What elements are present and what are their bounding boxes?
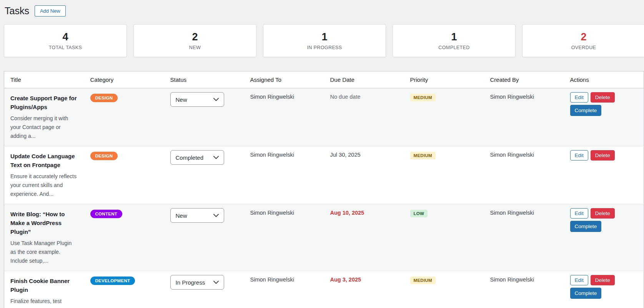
column-header-due-date: Due Date (324, 71, 404, 88)
delete-button[interactable]: Delete (591, 208, 615, 219)
stat-card-completed: 1 COMPLETED (393, 24, 516, 57)
priority-cell: MEDIUM (404, 146, 484, 204)
priority-cell: MEDIUM (404, 88, 484, 146)
column-header-actions: Actions (564, 71, 644, 88)
assigned-to-cell: Simon Ringwelski (244, 204, 324, 271)
priority-badge: MEDIUM (410, 277, 436, 284)
task-description: Ensure it accurately reflects your curre… (10, 172, 78, 199)
created-by-cell: Simon Ringwelski (484, 204, 564, 271)
title-cell: Finish Cookie Banner Plugin Finalize fea… (4, 271, 84, 308)
task-description: Use Task Manager Plugin as the core exam… (10, 239, 78, 265)
status-select-value: New (176, 212, 187, 219)
task-title: Update Code Language Text on Frontpage (10, 152, 78, 169)
stat-label: NEW (189, 45, 201, 50)
status-select-value: Completed (176, 154, 204, 161)
chevron-down-icon (213, 156, 219, 159)
task-title: Create Support Page for Plugins/Apps (10, 94, 78, 111)
status-cell: In Progress (164, 271, 244, 308)
complete-button[interactable]: Complete (570, 221, 602, 232)
column-header-category: Category (84, 71, 164, 88)
due-date: No due date (330, 94, 361, 100)
column-header-assigned-to: Assigned To (244, 71, 324, 88)
category-cell: DESIGN (84, 146, 164, 204)
stat-card-in-progress: 1 IN PROGRESS (263, 24, 386, 57)
stat-label: IN PROGRESS (307, 45, 342, 50)
tasks-table-container: Title Category Status Assigned To Due Da… (4, 71, 644, 308)
tasks-table: Title Category Status Assigned To Due Da… (4, 71, 644, 308)
due-date-cell: No due date (324, 88, 404, 146)
stat-value: 1 (451, 31, 457, 43)
delete-button[interactable]: Delete (591, 275, 615, 285)
priority-badge: MEDIUM (410, 94, 436, 101)
assigned-to-cell: Simon Ringwelski (244, 271, 324, 308)
task-description: Consider merging it with your Contact pa… (10, 114, 78, 141)
status-select-value: New (176, 96, 187, 103)
column-header-priority: Priority (404, 71, 484, 88)
delete-button[interactable]: Delete (591, 150, 615, 161)
stat-label: TOTAL TASKS (49, 45, 82, 50)
stat-card-overdue: 2 OVERDUE (522, 24, 644, 57)
task-description: Finalize features, test (10, 297, 78, 306)
stat-card-total: 4 TOTAL TASKS (4, 24, 127, 57)
due-date: Aug 10, 2025 (330, 210, 364, 216)
actions-cell: Edit Delete Complete (564, 271, 644, 308)
status-select[interactable]: New (170, 208, 224, 223)
table-row: Create Support Page for Plugins/Apps Con… (4, 88, 644, 146)
priority-badge: MEDIUM (410, 152, 436, 159)
chevron-down-icon (213, 214, 219, 217)
task-title: Write Blog: “How to Make a WordPress Plu… (10, 210, 78, 236)
table-row: Write Blog: “How to Make a WordPress Plu… (4, 204, 644, 271)
title-cell: Write Blog: “How to Make a WordPress Plu… (4, 204, 84, 271)
status-select[interactable]: In Progress (170, 275, 224, 290)
stat-value: 2 (192, 31, 198, 43)
status-cell: New (164, 204, 244, 271)
due-date: Jul 30, 2025 (330, 152, 361, 158)
stat-label: COMPLETED (438, 45, 469, 50)
created-by-cell: Simon Ringwelski (484, 146, 564, 204)
edit-button[interactable]: Edit (570, 208, 588, 219)
title-cell: Update Code Language Text on Frontpage E… (4, 146, 84, 204)
page-wrap: Tasks Add New 4 TOTAL TASKS 2 NEW 1 IN P… (0, 0, 644, 308)
due-date-cell: Jul 30, 2025 (324, 146, 404, 204)
complete-button[interactable]: Complete (570, 105, 602, 116)
assigned-to-cell: Simon Ringwelski (244, 146, 324, 204)
edit-button[interactable]: Edit (570, 150, 588, 161)
delete-button[interactable]: Delete (591, 92, 615, 103)
table-row: Finish Cookie Banner Plugin Finalize fea… (4, 271, 644, 308)
chevron-down-icon (213, 281, 219, 284)
stat-value: 1 (321, 31, 327, 43)
category-badge: DESIGN (90, 94, 118, 102)
page-header: Tasks Add New (4, 4, 644, 18)
category-badge: DESIGN (90, 152, 118, 160)
assigned-to-cell: Simon Ringwelski (244, 88, 324, 146)
status-select[interactable]: Completed (170, 150, 224, 165)
actions-cell: Edit Delete Complete (564, 204, 644, 271)
edit-button[interactable]: Edit (570, 92, 588, 103)
table-header-row: Title Category Status Assigned To Due Da… (4, 71, 644, 88)
status-cell: New (164, 88, 244, 146)
task-title: Finish Cookie Banner Plugin (10, 277, 78, 294)
stats-row: 4 TOTAL TASKS 2 NEW 1 IN PROGRESS 1 COMP… (4, 24, 644, 57)
category-badge: DEVELOPMENT (90, 277, 135, 285)
category-cell: CONTENT (84, 204, 164, 271)
category-cell: DEVELOPMENT (84, 271, 164, 308)
category-cell: DESIGN (84, 88, 164, 146)
add-new-button[interactable]: Add New (35, 5, 66, 17)
actions-cell: Edit Delete Complete (564, 88, 644, 146)
due-date: Aug 3, 2025 (330, 277, 361, 283)
complete-button[interactable]: Complete (570, 288, 602, 299)
status-cell: Completed (164, 146, 244, 204)
priority-badge: LOW (410, 210, 428, 217)
created-by-cell: Simon Ringwelski (484, 271, 564, 308)
title-cell: Create Support Page for Plugins/Apps Con… (4, 88, 84, 146)
due-date-cell: Aug 10, 2025 (324, 204, 404, 271)
priority-cell: LOW (404, 204, 484, 271)
page-title: Tasks (5, 4, 29, 18)
chevron-down-icon (213, 98, 219, 101)
stat-card-new: 2 NEW (133, 24, 256, 57)
actions-cell: Edit Delete (564, 146, 644, 204)
table-row: Update Code Language Text on Frontpage E… (4, 146, 644, 204)
edit-button[interactable]: Edit (570, 275, 588, 285)
status-select[interactable]: New (170, 92, 224, 107)
column-header-status: Status (164, 71, 244, 88)
